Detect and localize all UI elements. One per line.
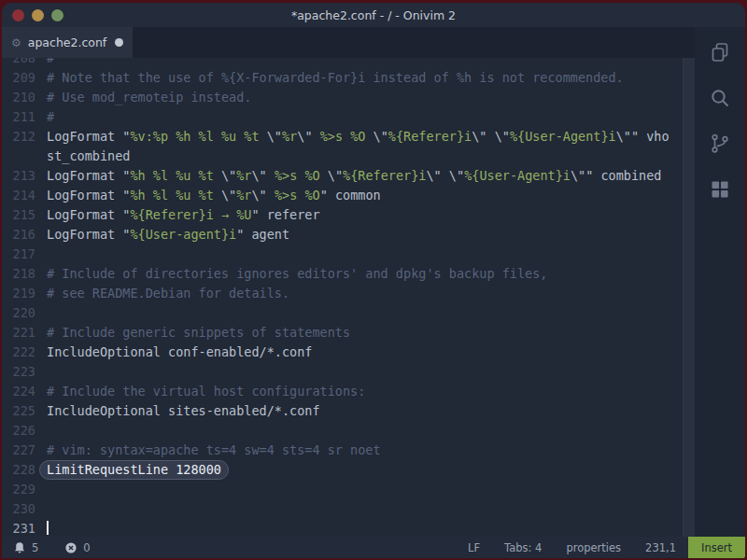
line-number: 227 xyxy=(2,441,35,460)
code-text xyxy=(47,480,671,499)
line-number: 208 xyxy=(2,58,35,68)
window-title: *apache2.conf - / - Onivim 2 xyxy=(2,8,745,22)
line-number: 220 xyxy=(2,303,35,323)
code-line[interactable]: 213LogFormat "%h %l %u %t \"%r\" %>s %O … xyxy=(2,166,683,186)
code-text xyxy=(47,499,671,519)
line-number: 222 xyxy=(2,343,35,362)
bell-icon xyxy=(13,541,26,554)
code-line[interactable]: 226 xyxy=(2,421,683,441)
code-text: # Include generic snippets of statements xyxy=(47,323,671,343)
code-text: # Note that the use of %{X-Forwarded-For… xyxy=(47,68,671,88)
code-text: # xyxy=(47,107,671,127)
title-bar[interactable]: *apache2.conf - / - Onivim 2 xyxy=(2,3,745,27)
code-line[interactable]: 224# Include the virtual host configurat… xyxy=(2,382,683,401)
notifications-indicator[interactable]: 5 xyxy=(13,541,38,554)
editor-column: ⚙ apache2.conf 208#209# Note that the us… xyxy=(2,27,695,537)
code-line[interactable]: 225IncludeOptional sites-enabled/*.conf xyxy=(2,401,683,421)
code-line[interactable]: 220 xyxy=(2,303,683,323)
code-text: LogFormat "%h %l %u %t \"%r\" %>s %O" co… xyxy=(47,186,671,205)
code-line[interactable]: 222IncludeOptional conf-enabled/*.conf xyxy=(2,343,683,362)
code-text: LimitRequestLine 128000 xyxy=(47,460,671,480)
code-text xyxy=(47,362,671,382)
onivim-window: *apache2.conf - / - Onivim 2 ⚙ apache2.c… xyxy=(2,3,745,558)
main-area: ⚙ apache2.conf 208#209# Note that the us… xyxy=(2,27,745,537)
line-number: 224 xyxy=(2,382,35,401)
indentation-indicator[interactable]: Tabs: 4 xyxy=(492,537,554,558)
cursor-position-indicator[interactable]: 231,1 xyxy=(633,537,688,558)
line-number: 214 xyxy=(2,186,35,205)
editor-scrollbar[interactable] xyxy=(683,58,695,537)
minimize-window-button[interactable] xyxy=(32,9,44,21)
line-number: 216 xyxy=(2,225,35,245)
text-cursor xyxy=(47,521,49,535)
code-text: LogFormat "%v:%p %h %l %u %t \"%r\" %>s … xyxy=(47,127,671,166)
code-line[interactable]: 210# Use mod_remoteip instead. xyxy=(2,88,683,107)
line-number: 210 xyxy=(2,88,35,107)
vim-mode-badge[interactable]: Insert xyxy=(688,537,745,558)
source-control-icon[interactable] xyxy=(709,133,731,155)
status-right: LF Tabs: 4 properties 231,1 Insert xyxy=(456,537,745,558)
code-text xyxy=(47,421,671,441)
code-line[interactable]: 211# xyxy=(2,107,683,127)
line-number: 229 xyxy=(2,480,35,499)
line-number: 223 xyxy=(2,362,35,382)
line-number: 212 xyxy=(2,127,35,166)
code-text: # xyxy=(47,58,671,68)
close-window-button[interactable] xyxy=(12,9,24,21)
code-line[interactable]: 219# see README.Debian for details. xyxy=(2,284,683,303)
line-number: 219 xyxy=(2,284,35,303)
editor[interactable]: 208#209# Note that the use of %{X-Forwar… xyxy=(2,58,695,537)
code-text: IncludeOptional sites-enabled/*.conf xyxy=(47,401,671,421)
code-line[interactable]: 208# xyxy=(2,58,683,68)
files-copy-icon[interactable] xyxy=(709,41,731,63)
code-text: # Include the virtual host configuration… xyxy=(47,382,671,401)
code-line[interactable]: 228LimitRequestLine 128000 xyxy=(2,460,683,480)
line-number: 211 xyxy=(2,107,35,127)
code-text: LogFormat "%{User-agent}i" agent xyxy=(47,225,671,245)
code-text: # see README.Debian for details. xyxy=(47,284,671,303)
errors-count: 0 xyxy=(83,541,90,554)
code-line[interactable]: 227# vim: syntax=apache ts=4 sw=4 sts=4 … xyxy=(2,441,683,460)
tab-apache2-conf[interactable]: ⚙ apache2.conf xyxy=(2,27,133,58)
code-line[interactable]: 212LogFormat "%v:%p %h %l %u %t \"%r\" %… xyxy=(2,127,683,166)
code-text: LogFormat "%h %l %u %t \"%r\" %>s %O \"%… xyxy=(47,166,671,186)
line-number: 218 xyxy=(2,264,35,284)
code-text xyxy=(47,519,671,537)
line-number: 231 xyxy=(2,519,35,537)
status-bar: 5 0 LF Tabs: 4 properties 231,1 Insert xyxy=(2,537,745,558)
line-number: 209 xyxy=(2,68,35,88)
tab-label: apache2.conf xyxy=(28,35,107,49)
code-line[interactable]: 218# Include of directories ignores edit… xyxy=(2,264,683,284)
code-text xyxy=(47,245,671,264)
code-line[interactable]: 209# Note that the use of %{X-Forwarded-… xyxy=(2,68,683,88)
code-line[interactable]: 230 xyxy=(2,499,683,519)
code-line[interactable]: 229 xyxy=(2,480,683,499)
code-line[interactable]: 214LogFormat "%h %l %u %t \"%r\" %>s %O"… xyxy=(2,186,683,205)
zoom-window-button[interactable] xyxy=(51,9,63,21)
code-text: # Use mod_remoteip instead. xyxy=(47,88,671,107)
tab-bar: ⚙ apache2.conf xyxy=(2,27,695,58)
extensions-grid-icon[interactable] xyxy=(709,178,731,201)
code-line[interactable]: 217 xyxy=(2,245,683,264)
code-line[interactable]: 221# Include generic snippets of stateme… xyxy=(2,323,683,343)
eol-indicator[interactable]: LF xyxy=(456,537,492,558)
code-text: # vim: syntax=apache ts=4 sw=4 sts=4 sr … xyxy=(47,441,671,460)
line-number: 213 xyxy=(2,166,35,186)
line-number: 215 xyxy=(2,205,35,225)
errors-indicator[interactable]: 0 xyxy=(64,541,90,554)
line-number: 221 xyxy=(2,323,35,343)
status-left: 5 0 xyxy=(2,537,91,558)
code-line[interactable]: 231 xyxy=(2,519,683,537)
scrollbar-thumb[interactable] xyxy=(684,58,695,537)
code-viewport[interactable]: 208#209# Note that the use of %{X-Forwar… xyxy=(2,58,683,537)
code-line[interactable]: 216LogFormat "%{User-agent}i" agent xyxy=(2,225,683,245)
line-number: 230 xyxy=(2,499,35,519)
filetype-indicator[interactable]: properties xyxy=(554,537,633,558)
highlight-pill: LimitRequestLine 128000 xyxy=(39,460,229,480)
search-icon[interactable] xyxy=(709,87,731,109)
code-line[interactable]: 215LogFormat "%{Referer}i → %U" referer xyxy=(2,205,683,225)
code-text: IncludeOptional conf-enabled/*.conf xyxy=(47,343,671,362)
modified-dot-icon[interactable] xyxy=(115,38,123,47)
traffic-lights xyxy=(2,9,63,21)
code-line[interactable]: 223 xyxy=(2,362,683,382)
